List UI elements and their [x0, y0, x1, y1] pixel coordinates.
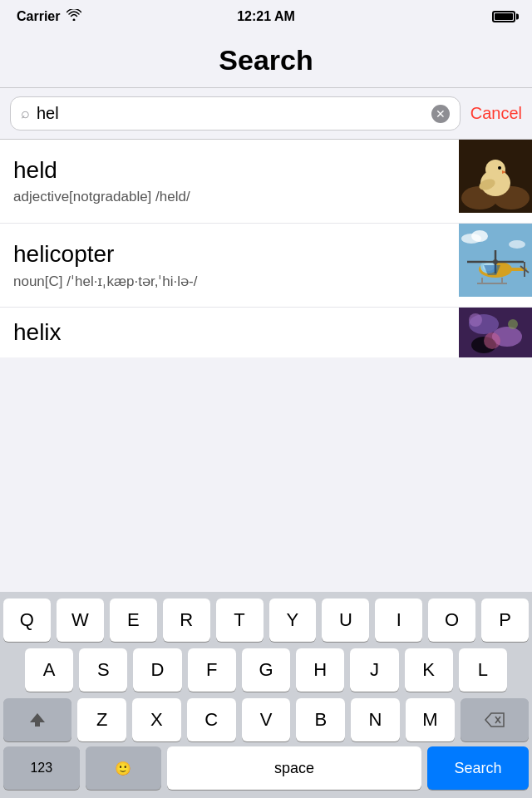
helicopter-image	[459, 224, 532, 297]
shift-key[interactable]	[3, 698, 71, 741]
key-u[interactable]: U	[322, 598, 369, 642]
carrier-label: Carrier	[17, 9, 60, 24]
key-o[interactable]: O	[428, 598, 475, 642]
search-input[interactable]	[37, 104, 425, 123]
delete-key[interactable]	[461, 698, 529, 741]
key-j[interactable]: J	[350, 648, 398, 692]
key-e[interactable]: E	[110, 598, 157, 642]
page-title: Search	[219, 44, 313, 76]
key-i[interactable]: I	[375, 598, 422, 642]
list-item[interactable]: held adjective[notgradable] /held/	[0, 140, 532, 224]
helix-image	[459, 308, 532, 357]
list-item[interactable]: helix	[0, 308, 532, 357]
key-f[interactable]: F	[188, 648, 236, 692]
cancel-button[interactable]: Cancel	[470, 104, 522, 123]
result-definition: noun[C] /ˈhel·ɪˌkæp·tər,ˈhi·lə-/	[13, 273, 446, 290]
clear-button[interactable]: ✕	[431, 105, 450, 123]
status-right	[492, 11, 515, 22]
svg-point-28	[508, 319, 518, 329]
svg-point-27	[469, 313, 482, 327]
emoji-key[interactable]: 🙂	[86, 746, 162, 790]
result-thumbnail-held	[459, 140, 532, 223]
key-t[interactable]: T	[216, 598, 264, 642]
search-icon: ⌕	[21, 105, 30, 122]
keyboard-row-2: A S D F G H J K L	[0, 642, 532, 692]
result-thumbnail-helix	[459, 308, 532, 357]
status-left: Carrier	[17, 9, 81, 24]
key-c[interactable]: C	[187, 698, 236, 741]
result-text-held: held adjective[notgradable] /held/	[0, 140, 459, 223]
wifi-icon	[66, 9, 81, 24]
svg-point-29	[484, 332, 500, 349]
battery-icon	[492, 11, 515, 22]
svg-point-5	[498, 166, 501, 170]
key-g[interactable]: G	[242, 648, 290, 692]
svg-point-4	[485, 160, 505, 180]
key-y[interactable]: Y	[269, 598, 317, 642]
status-time: 12:21 AM	[237, 9, 295, 24]
key-s[interactable]: S	[79, 648, 127, 692]
result-word: helicopter	[13, 241, 446, 268]
key-d[interactable]: D	[133, 648, 181, 692]
key-m[interactable]: M	[406, 698, 455, 741]
search-bar-container: ⌕ ✕ Cancel	[0, 88, 532, 140]
held-image	[459, 140, 532, 213]
key-h[interactable]: H	[296, 648, 344, 692]
search-input-wrapper: ⌕ ✕	[10, 96, 461, 131]
result-definition: adjective[notgradable] /held/	[13, 189, 446, 205]
space-key[interactable]: space	[167, 746, 421, 790]
list-item[interactable]: helicopter noun[C] /ˈhel·ɪˌkæp·tər,ˈhi·l…	[0, 224, 532, 308]
svg-point-9	[471, 230, 488, 242]
status-bar: Carrier 12:21 AM	[0, 0, 532, 33]
result-thumbnail-helicopter	[459, 224, 532, 307]
results-list: held adjective[notgradable] /held/	[0, 140, 532, 357]
key-a[interactable]: A	[25, 648, 73, 692]
key-k[interactable]: K	[405, 648, 453, 692]
key-r[interactable]: R	[163, 598, 210, 642]
keyboard-row-3: Z X C V B N M	[0, 692, 532, 741]
keyboard-row-1: Q W E R T Y U I O P	[0, 592, 532, 642]
number-key[interactable]: 123	[3, 746, 80, 790]
result-word: held	[13, 157, 446, 184]
key-l[interactable]: L	[459, 648, 507, 692]
key-w[interactable]: W	[57, 598, 104, 642]
key-n[interactable]: N	[351, 698, 400, 741]
keyboard: Q W E R T Y U I O P A S D F G H J K L Z …	[0, 592, 532, 798]
key-v[interactable]: V	[242, 698, 291, 741]
key-p[interactable]: P	[481, 598, 529, 642]
key-x[interactable]: X	[132, 698, 181, 741]
svg-point-10	[509, 240, 525, 249]
key-b[interactable]: B	[296, 698, 345, 741]
nav-bar: Search	[0, 33, 532, 88]
search-key[interactable]: Search	[427, 746, 529, 790]
result-text-helicopter: helicopter noun[C] /ˈhel·ɪˌkæp·tər,ˈhi·l…	[0, 224, 459, 307]
result-word: helix	[13, 319, 446, 346]
keyboard-row-4: 123 🙂 space Search	[0, 741, 532, 798]
key-z[interactable]: Z	[77, 698, 126, 741]
key-q[interactable]: Q	[3, 598, 51, 642]
result-text-helix: helix	[0, 308, 459, 357]
